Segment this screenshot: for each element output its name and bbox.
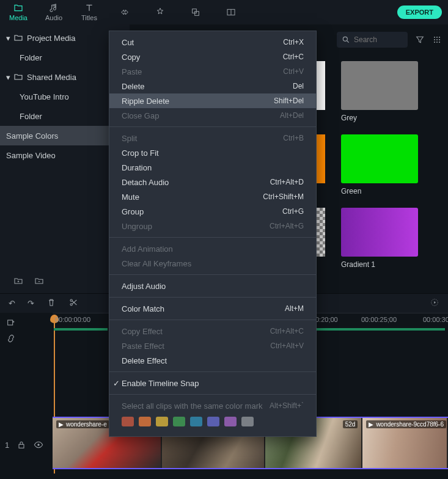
tab-splitscreen[interactable] bbox=[219, 7, 243, 17]
sidebar-label: Sample Colors bbox=[6, 131, 58, 141]
filter-icon[interactable] bbox=[415, 35, 425, 45]
thumb-white-partial[interactable] bbox=[317, 61, 325, 110]
ctx-delete[interactable]: DeleteDel bbox=[109, 79, 316, 93]
play-icon: ▶ bbox=[369, 421, 373, 428]
svg-point-7 bbox=[434, 39, 435, 40]
color-mark-swatch[interactable] bbox=[156, 417, 168, 426]
tab-effects[interactable] bbox=[148, 7, 172, 17]
scissors-icon[interactable] bbox=[68, 298, 78, 309]
timeline-clip[interactable]: ▶wondershare-9ccd78f6-6 bbox=[362, 418, 447, 468]
thumb-transparent-partial[interactable] bbox=[317, 208, 325, 257]
ctx-delete-effect[interactable]: Delete Effect bbox=[109, 353, 316, 368]
undo-icon[interactable]: ↶ bbox=[9, 299, 15, 308]
add-folder-icon[interactable] bbox=[13, 276, 23, 286]
svg-point-8 bbox=[436, 39, 438, 40]
export-button[interactable]: EXPORT bbox=[397, 5, 442, 19]
sidebar-utility bbox=[13, 276, 44, 286]
folder-icon bbox=[13, 3, 23, 13]
color-mark-swatch[interactable] bbox=[122, 417, 134, 426]
ctx-adjust-audio[interactable]: Adjust Audio bbox=[109, 279, 316, 293]
text-icon bbox=[84, 3, 94, 13]
menu-separator bbox=[109, 237, 316, 238]
tab-titles[interactable]: Titles bbox=[77, 3, 101, 21]
tab-transitions[interactable] bbox=[112, 7, 137, 17]
clip-label: ▶wondershare-e bbox=[56, 420, 109, 428]
tab-media-label: Media bbox=[9, 14, 28, 21]
ctx-mute[interactable]: MuteCtrl+Shift+M bbox=[109, 189, 316, 204]
ctx-select-color-mark: Select all clips with the same color mar… bbox=[109, 398, 316, 413]
svg-point-3 bbox=[343, 37, 347, 41]
ctx-cut[interactable]: CutCtrl+X bbox=[109, 35, 316, 49]
more-options-icon[interactable] bbox=[430, 298, 439, 309]
color-mark-row bbox=[109, 413, 316, 433]
color-mark-swatch[interactable] bbox=[241, 417, 254, 426]
tab-media[interactable]: Media bbox=[6, 3, 31, 21]
search-input[interactable] bbox=[354, 35, 397, 44]
thumb-gradient1[interactable]: Gradient 1 bbox=[341, 208, 418, 269]
color-mark-swatch[interactable] bbox=[173, 417, 185, 426]
thumb-grey[interactable]: Grey bbox=[341, 61, 418, 122]
ctx-detach-audio[interactable]: Detach AudioCtrl+Alt+D bbox=[109, 175, 316, 189]
svg-point-10 bbox=[434, 42, 435, 43]
tab-audio[interactable]: Audio bbox=[42, 3, 66, 21]
svg-point-4 bbox=[434, 37, 435, 38]
trash-icon[interactable] bbox=[46, 298, 56, 309]
ctx-color-match[interactable]: Color MatchAlt+M bbox=[109, 301, 316, 316]
ctx-group[interactable]: GroupCtrl+G bbox=[109, 204, 316, 219]
chevron-down-icon: ▾ bbox=[6, 73, 13, 82]
tab-audio-label: Audio bbox=[45, 14, 62, 21]
color-swatch bbox=[341, 61, 418, 110]
track-number: 1 bbox=[5, 441, 9, 450]
link-icon[interactable] bbox=[6, 334, 16, 343]
clip-label: 52d bbox=[343, 420, 358, 428]
redo-icon[interactable]: ↷ bbox=[28, 299, 34, 308]
track-controls: 1 bbox=[0, 420, 53, 469]
grid-icon[interactable] bbox=[432, 35, 442, 45]
sidebar-label: Shared Media bbox=[27, 73, 76, 82]
thumb-label: Grey bbox=[341, 114, 418, 122]
ctx-copy[interactable]: CopyCtrl+C bbox=[109, 49, 316, 64]
effects-icon bbox=[155, 7, 165, 17]
folder-icon bbox=[13, 33, 23, 43]
svg-rect-16 bbox=[8, 320, 13, 325]
lock-icon[interactable] bbox=[17, 440, 26, 450]
transitions-icon bbox=[120, 7, 130, 17]
tab-elements[interactable] bbox=[183, 7, 208, 17]
search-icon bbox=[342, 35, 350, 44]
color-mark-swatch[interactable] bbox=[190, 417, 202, 426]
add-marker-icon[interactable] bbox=[6, 318, 16, 327]
svg-point-5 bbox=[436, 37, 438, 38]
sidebar-label: Folder bbox=[20, 53, 42, 62]
ctx-add-animation: Add Animation bbox=[109, 241, 316, 256]
color-mark-swatch[interactable] bbox=[139, 417, 151, 426]
color-mark-swatch[interactable] bbox=[207, 417, 219, 426]
thumb-orange-partial[interactable] bbox=[317, 134, 325, 183]
ctx-paste-effect: Paste EffectCtrl+Alt+V bbox=[109, 338, 316, 353]
ctx-enable-snap[interactable]: ✓ Enable Timeline Snap bbox=[109, 376, 316, 390]
svg-rect-1 bbox=[195, 12, 199, 16]
elements-icon bbox=[191, 7, 200, 17]
folder-icon bbox=[13, 72, 23, 82]
ctx-copy-effect: Copy EffectCtrl+Alt+C bbox=[109, 324, 316, 338]
ctx-paste: PasteCtrl+V bbox=[109, 64, 316, 79]
ctx-duration[interactable]: Duration bbox=[109, 160, 316, 175]
thumb-green[interactable]: Green bbox=[341, 134, 418, 196]
thumb-label: Gradient 1 bbox=[341, 260, 418, 269]
svg-rect-17 bbox=[19, 444, 24, 448]
menu-separator bbox=[109, 297, 316, 298]
color-mark-swatch[interactable] bbox=[224, 417, 237, 426]
ctx-ripple-delete[interactable]: Ripple DeleteShift+Del bbox=[109, 93, 316, 108]
chevron-down-icon: ▾ bbox=[6, 34, 13, 43]
svg-point-6 bbox=[439, 37, 440, 38]
thumb-label: Green bbox=[341, 187, 418, 196]
ctx-crop-to-fit[interactable]: Crop to Fit bbox=[109, 145, 316, 160]
time-label: 00:00:25;00 bbox=[361, 316, 397, 323]
eye-icon[interactable] bbox=[34, 440, 43, 450]
svg-point-12 bbox=[439, 42, 440, 43]
menu-separator bbox=[109, 394, 316, 395]
svg-point-18 bbox=[38, 444, 40, 445]
search-box[interactable] bbox=[337, 32, 408, 48]
svg-point-11 bbox=[436, 42, 438, 43]
remove-folder-icon[interactable] bbox=[34, 276, 44, 286]
time-label: 00:00:30 bbox=[423, 316, 448, 323]
